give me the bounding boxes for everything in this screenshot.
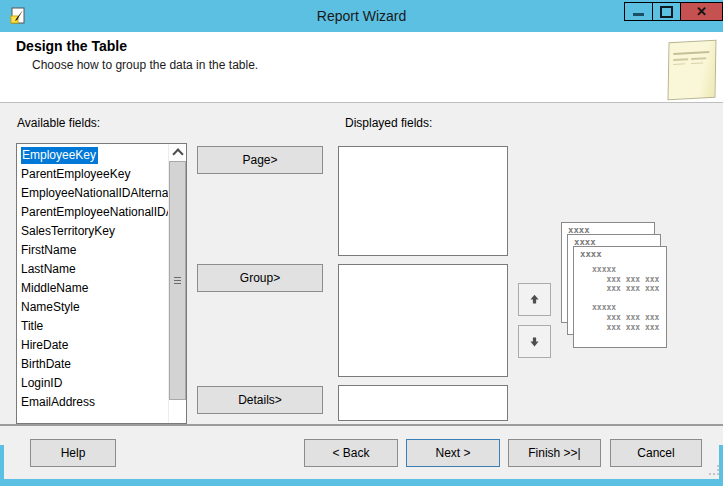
scroll-up-button[interactable] [169,144,186,162]
minimize-icon [633,13,644,16]
next-button[interactable]: Next > [406,439,500,467]
details-fields-box[interactable] [338,385,508,421]
field-item[interactable]: Title [17,317,169,336]
close-icon: ✕ [696,5,707,18]
listbox-scrollbar[interactable] [168,144,186,423]
arrow-down-icon [528,335,541,348]
displayed-fields-label: Displayed fields: [345,116,432,130]
page-transfer-button[interactable]: Page> [197,146,323,174]
arrow-up-icon [528,293,541,306]
field-item[interactable]: NameStyle [17,298,169,317]
scrollbar-thumb[interactable] [169,161,186,400]
move-up-button[interactable] [518,283,551,316]
help-button[interactable]: Help [30,439,116,467]
minimize-button[interactable] [624,2,653,21]
field-item[interactable]: FirstName [17,241,169,260]
report-document-icon [668,40,717,101]
finish-button[interactable]: Finish >>| [508,439,601,467]
maximize-icon [660,6,673,18]
move-down-button[interactable] [518,325,551,358]
preview-page-front: xxxx xxxxx xxx xxx xxx xxx xxx xxx xxxxx… [573,246,667,348]
back-button[interactable]: < Back [304,439,398,467]
group-fields-box[interactable] [338,264,508,377]
available-fields-label: Available fields: [17,116,100,130]
page-fields-box[interactable] [338,146,508,256]
window-frame-bottom [0,479,723,486]
resize-grip[interactable] [709,465,720,476]
field-item[interactable]: ParentEmployeeNationalIDAlternateKey [17,203,169,222]
field-item[interactable]: EmployeeNationalIDAlternateKey [17,184,169,203]
page-title: Design the Table [16,38,127,54]
field-item[interactable]: HireDate [17,336,169,355]
field-item[interactable]: EmployeeKey [17,146,169,165]
title-bar: Report Wizard ✕ [0,0,723,32]
window-title: Report Wizard [0,0,723,32]
maximize-button[interactable] [652,2,681,21]
field-item[interactable]: EmailAddress [17,393,169,412]
details-transfer-button[interactable]: Details> [197,386,323,414]
close-button[interactable]: ✕ [680,2,723,21]
field-list: EmployeeKeyParentEmployeeKeyEmployeeNati… [17,146,169,423]
preview-page-header: xxxx [574,247,666,259]
footer-bar: Help < Back Next > Finish >>| Cancel [0,426,723,479]
field-item[interactable]: MiddleName [17,279,169,298]
chevron-up-icon [172,148,183,159]
page-subtitle: Choose how to group the data in the tabl… [32,58,258,72]
field-item[interactable]: BirthDate [17,355,169,374]
wizard-header: Design the Table Choose how to group the… [0,32,723,103]
field-item[interactable]: LoginID [17,374,169,393]
report-wizard-dialog: Report Wizard ✕ Design the Table Choose … [0,0,723,486]
group-transfer-button[interactable]: Group> [197,264,323,292]
cancel-button[interactable]: Cancel [610,439,702,467]
preview-table-sample: xxxxx xxx xxx xxx xxx xxx xxx xxxxx xxx … [592,265,666,332]
selected-field: EmployeeKey [21,147,98,164]
field-item[interactable]: ParentEmployeeKey [17,165,169,184]
field-item[interactable]: LastName [17,260,169,279]
field-item[interactable]: SalesTerritoryKey [17,222,169,241]
available-fields-listbox[interactable]: EmployeeKeyParentEmployeeKeyEmployeeNati… [16,143,187,424]
